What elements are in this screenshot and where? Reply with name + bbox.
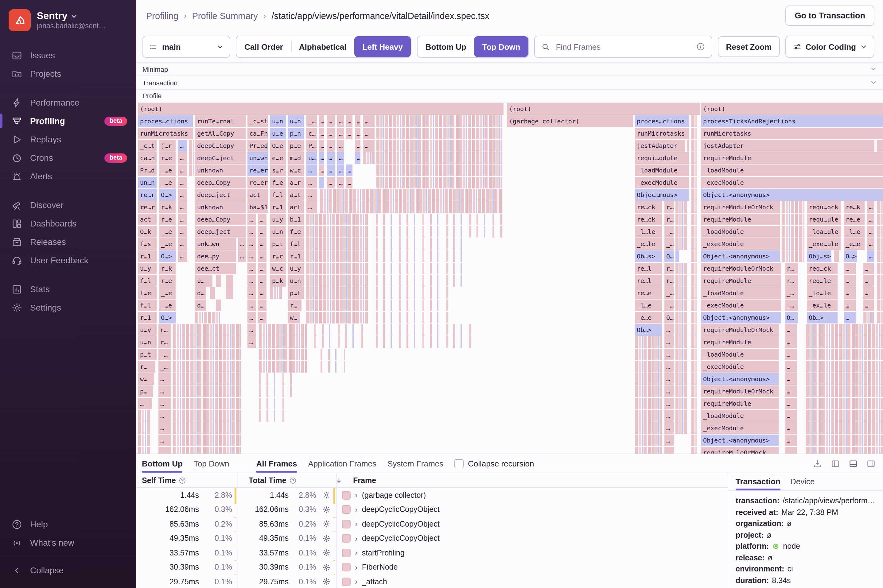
sidebar-item-user-feedback[interactable]: User Feedback	[0, 251, 136, 270]
flame-frame[interactable]: O…	[664, 250, 674, 262]
flame-frame[interactable]	[782, 214, 804, 225]
flame-frame[interactable]: _execModule	[701, 422, 779, 434]
flame-frame[interactable]	[806, 435, 883, 446]
flame-frame[interactable]: _…	[664, 226, 674, 237]
flame-frame[interactable]: …	[363, 116, 375, 127]
flame-frame[interactable]: u…y	[288, 263, 304, 274]
flame-frame[interactable]	[306, 238, 368, 250]
flame-frame[interactable]	[691, 361, 698, 373]
flame-frame[interactable]: re…ck	[635, 214, 662, 225]
flame-frame[interactable]: req…le	[807, 275, 838, 286]
download-icon[interactable]	[813, 459, 822, 468]
flame-frame[interactable]: O…e	[270, 140, 286, 152]
flame-frame[interactable]	[376, 263, 468, 274]
flame-frame[interactable]	[691, 128, 698, 140]
flame-frame[interactable]: r…k	[159, 263, 176, 274]
flame-frame[interactable]: …	[844, 312, 856, 324]
flame-frame[interactable]: f…s	[138, 238, 156, 250]
flame-frame[interactable]: processTicksAndRejections	[701, 116, 883, 127]
flame-frame[interactable]: …	[785, 336, 797, 348]
flame-frame[interactable]	[676, 312, 688, 324]
flame-frame[interactable]: f…e	[288, 226, 304, 237]
flame-frame[interactable]: runMicrotasks	[635, 128, 689, 140]
flame-frame[interactable]	[314, 336, 363, 348]
flame-frame[interactable]: u…	[306, 152, 317, 164]
flame-frame[interactable]	[691, 250, 698, 262]
flame-frame[interactable]: …	[327, 165, 335, 176]
flame-frame[interactable]: …	[363, 128, 375, 140]
flame-frame[interactable]: _execModule	[701, 238, 780, 250]
flame-frame[interactable]: r…	[138, 361, 155, 373]
flame-frame[interactable]: requireModule	[701, 336, 779, 348]
flame-frame[interactable]	[259, 336, 307, 348]
flame-frame[interactable]: (garbage collector)	[507, 116, 633, 127]
flame-frame[interactable]: r…	[664, 214, 674, 225]
flame-frame[interactable]: …	[178, 165, 187, 176]
flame-frame[interactable]: O…k	[138, 226, 156, 237]
flame-frame[interactable]: _e…e	[844, 238, 865, 250]
flame-frame[interactable]	[635, 422, 662, 434]
flame-frame[interactable]: …	[867, 250, 874, 262]
flame-frame[interactable]	[376, 324, 474, 336]
frame-gear-icon[interactable]	[316, 564, 336, 572]
flame-frame[interactable]: dee…ct	[195, 263, 236, 274]
flame-frame[interactable]: …	[664, 435, 674, 446]
flame-frame[interactable]: r…1	[138, 312, 156, 324]
tab-transaction[interactable]: Transaction	[736, 477, 781, 490]
breadcrumb-profiling[interactable]: Profiling	[146, 11, 179, 21]
flame-frame[interactable]	[691, 152, 698, 164]
flame-frame[interactable]: requireModule	[701, 214, 780, 225]
go-to-transaction-button[interactable]: Go to Transaction	[785, 6, 874, 26]
flame-frame[interactable]: _loadModule	[635, 165, 689, 176]
flame-frame[interactable]: …	[355, 116, 360, 127]
flame-frame[interactable]: …	[306, 201, 317, 213]
flame-frame[interactable]	[173, 373, 241, 385]
flame-frame[interactable]: deep…Copy	[195, 214, 246, 225]
flame-frame[interactable]: req…ck	[807, 263, 838, 274]
flame-frame[interactable]	[635, 410, 662, 422]
flame-frame[interactable]: requireModule	[701, 152, 883, 164]
flame-frame[interactable]: u…n	[288, 275, 304, 286]
flame-frame[interactable]: …	[337, 140, 344, 152]
flame-frame[interactable]: _…	[785, 300, 798, 311]
sidebar-item-projects[interactable]: Projects	[0, 64, 136, 83]
flame-frame[interactable]: …	[337, 152, 344, 164]
flame-frame[interactable]: …	[319, 165, 324, 176]
flame-frame[interactable]	[635, 435, 662, 446]
flame-frame[interactable]: …	[178, 214, 187, 225]
flame-frame[interactable]: Object.<anonymous>	[701, 373, 779, 385]
flame-frame[interactable]	[635, 373, 662, 385]
table-row[interactable]: 49.35ms0.1%49.35ms0.1%›deepCyclicCopyObj…	[136, 531, 728, 546]
flame-frame[interactable]: _c…st	[248, 116, 268, 127]
flame-frame[interactable]: f…l	[288, 238, 304, 250]
flame-frame[interactable]	[691, 263, 698, 274]
flame-frame[interactable]: u…	[195, 275, 212, 286]
flame-frame[interactable]	[138, 435, 150, 446]
flame-frame[interactable]	[635, 349, 662, 360]
tab-system-frames[interactable]: System Frames	[387, 454, 443, 472]
flame-frame[interactable]	[676, 373, 688, 385]
flame-frame[interactable]: r…k	[159, 201, 176, 213]
flame-frame[interactable]	[376, 312, 449, 324]
flame-frame[interactable]	[306, 250, 368, 262]
flame-frame[interactable]	[320, 189, 502, 201]
breadcrumb-profile-summary[interactable]: Profile Summary	[192, 11, 258, 21]
flame-frame[interactable]	[173, 410, 241, 422]
profile-layer-row[interactable]: Profile	[136, 89, 883, 102]
flame-frame[interactable]: _e…e	[635, 312, 662, 324]
flame-frame[interactable]	[306, 263, 368, 274]
frame-gear-icon[interactable]	[316, 578, 336, 586]
flame-frame[interactable]: _loa…ule	[807, 226, 841, 237]
flame-frame[interactable]	[877, 140, 883, 152]
flame-frame[interactable]: _loadModule	[701, 287, 781, 299]
minimap-layer-row[interactable]: Minimap	[136, 62, 883, 76]
flame-frame[interactable]: …	[785, 410, 797, 422]
flame-frame[interactable]	[635, 386, 662, 397]
flame-frame[interactable]: requireModule	[701, 275, 781, 286]
flame-frame[interactable]: p…n	[288, 128, 304, 140]
flame-frame[interactable]: …	[319, 140, 324, 152]
flame-frame[interactable]	[877, 287, 883, 299]
flame-frame[interactable]: _…	[306, 116, 317, 127]
flame-frame[interactable]: (root)	[507, 103, 700, 115]
flame-frame[interactable]: …	[844, 275, 856, 286]
